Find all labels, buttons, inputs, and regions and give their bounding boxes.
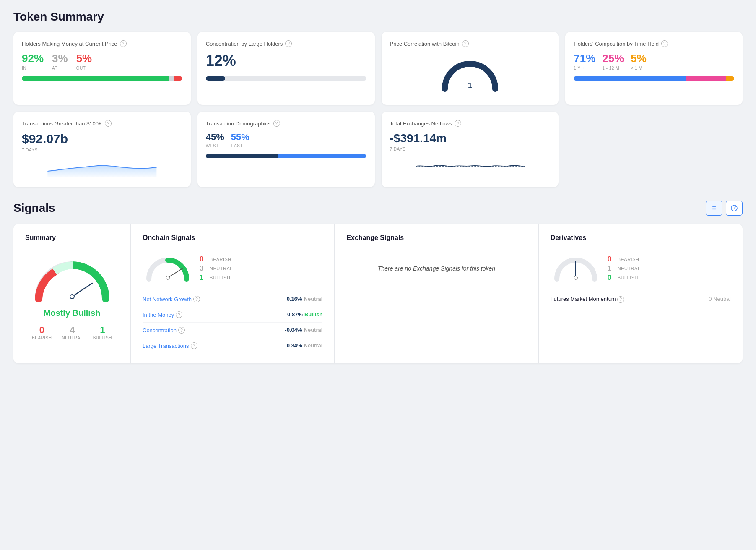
demo-west: 45% WEST (206, 132, 224, 148)
demo-stats: 45% WEST 55% EAST (206, 132, 366, 148)
db-dark (206, 154, 278, 158)
large-tx-help-icon[interactable]: ? (191, 342, 197, 349)
sc-bullish-num: 1 (93, 325, 112, 336)
transactions-100k-help-icon[interactable]: ? (105, 120, 112, 127)
list-view-button[interactable]: ≡ (706, 201, 722, 216)
price-correlation-gauge: 1 (390, 52, 551, 96)
netflow-sublabel: 7 DAYS (390, 147, 551, 151)
holders-progress-bar (22, 76, 182, 81)
in-money-help-icon[interactable]: ? (176, 311, 182, 318)
token-summary-row1: Holders Making Money at Current Price ? … (13, 32, 743, 105)
demo-west-value: 45% (206, 132, 224, 143)
pb-green (22, 76, 169, 81)
signal-concentration-name: Concentration ? (143, 327, 185, 334)
price-correlation-title: Price Correlation with Bitcoin ? (390, 40, 551, 47)
gauge-view-button[interactable] (726, 201, 743, 216)
transactions-100k-sublabel: 7 DAYS (22, 148, 182, 152)
pb-gray (169, 76, 174, 81)
deriv-bullish-row: 0 BULLISH (608, 274, 641, 282)
signal-in-money-name: In the Money ? (143, 311, 182, 318)
token-summary-row2: Transactions Greater than $100K ? $92.07… (13, 112, 743, 187)
concentration-card: Concentration by Large Holders ? 12% (197, 32, 375, 105)
stat-out-value: 5% (76, 52, 92, 65)
deriv-bullish-label: BULLISH (618, 275, 638, 280)
total-exchanges-help-icon[interactable]: ? (455, 120, 461, 127)
signal-net-network-value: 0.16%Neutral (287, 296, 323, 302)
netflow-value: -$391.14m (390, 132, 551, 145)
transaction-demographics-title: Transaction Demographics ? (206, 120, 366, 127)
holders-money-help-icon[interactable]: ? (120, 40, 127, 47)
comp-1y-label: 1 Y + (574, 66, 595, 70)
futures-value: 0 Neutral (709, 296, 731, 302)
deriv-neutral-row: 1 NEUTRAL (608, 265, 641, 272)
exchange-column: Exchange Signals There are no Exchange S… (335, 224, 538, 363)
onchain-bearish-label: BEARISH (210, 257, 231, 262)
stat-out-label: OUT (76, 66, 92, 70)
svg-text:1: 1 (468, 81, 472, 90)
large-tx-pct: 0.34% (287, 342, 302, 349)
total-exchanges-title: Total Exchanges Netflows ? (390, 120, 551, 127)
holders-composition-card: Holders' Composition by Time Held ? 71% … (565, 32, 743, 105)
db-blue (278, 154, 366, 158)
deriv-signal-counts: 0 BEARISH 1 NEUTRAL 0 BULLISH (608, 255, 641, 282)
signals-header: Signals ≡ (13, 201, 743, 216)
futures-row: Futures Market Momentum ? 0 Neutral (551, 292, 731, 307)
net-network-pct: 0.16% (287, 296, 302, 302)
transactions-100k-value: $92.07b (22, 132, 182, 146)
svg-line-3 (72, 283, 92, 297)
comp-1m-value: 5% (631, 52, 647, 65)
exchange-empty-message: There are no Exchange Signals for this t… (346, 264, 526, 273)
comp-stat-12m: 25% 1 - 12 M (602, 52, 624, 70)
onchain-bullish-label: BULLISH (210, 275, 230, 280)
deriv-bearish-num: 0 (608, 255, 615, 263)
demo-west-label: WEST (206, 143, 224, 148)
signals-view-buttons: ≡ (706, 201, 743, 216)
demo-bar (206, 154, 366, 158)
comp-12m-value: 25% (602, 52, 624, 65)
comp-stat-1m: 5% < 1 M (631, 52, 647, 70)
demo-east-label: EAST (231, 143, 249, 148)
stat-at: 3% AT (52, 52, 68, 70)
concentration-bar (206, 76, 366, 81)
signals-title: Signals (13, 201, 55, 215)
onchain-column: Onchain Signals 0 BEARISH (131, 224, 335, 363)
composition-stats: 71% 1 Y + 25% 1 - 12 M 5% < 1 M (574, 52, 734, 70)
deriv-bearish-row: 0 BEARISH (608, 255, 641, 263)
deriv-bullish-num: 0 (608, 274, 615, 282)
comp-stat-1y: 71% 1 Y + (574, 52, 595, 70)
cb-orange (726, 76, 734, 81)
sc-bullish: 1 BULLISH (93, 325, 112, 340)
concentration-help-icon[interactable]: ? (285, 40, 292, 47)
sc-bearish-num: 0 (32, 325, 52, 336)
conc-fill (206, 76, 225, 81)
summary-gauge-wrap: Mostly Bullish 0 BEARISH 4 NEUTRAL 1 BUL… (25, 254, 119, 345)
stat-in: 92% IN (22, 52, 44, 70)
sc-neutral-label: NEUTRAL (62, 336, 83, 340)
signal-in-money-value: 0.87%Bullish (287, 311, 322, 318)
transaction-demographics-help-icon[interactable]: ? (273, 120, 280, 127)
net-network-help-icon[interactable]: ? (193, 296, 200, 302)
demo-east: 55% EAST (231, 132, 249, 148)
sc-neutral-num: 4 (62, 325, 83, 336)
signal-net-network-name: Net Network Growth ? (143, 296, 200, 302)
concentration-sig-help-icon[interactable]: ? (178, 327, 185, 334)
price-correlation-help-icon[interactable]: ? (462, 40, 469, 47)
exchange-col-title: Exchange Signals (346, 234, 526, 247)
signal-row-concentration: Concentration ? -0.04%Neutral (143, 323, 322, 338)
signal-large-tx-name: Large Transactions ? (143, 342, 197, 349)
holders-money-card: Holders Making Money at Current Price ? … (13, 32, 191, 105)
onchain-signal-counts: 0 BEARISH 3 NEUTRAL 1 BULLISH (200, 255, 233, 282)
deriv-gauge-svg (551, 254, 601, 283)
holders-composition-title: Holders' Composition by Time Held ? (574, 40, 734, 47)
stat-at-label: AT (52, 66, 68, 70)
svg-point-8 (574, 276, 577, 279)
onchain-gauge-svg (143, 254, 193, 283)
concentration-value: 12% (206, 52, 366, 70)
concentration-title: Concentration by Large Holders ? (206, 40, 366, 47)
futures-help-icon[interactable]: ? (617, 296, 624, 303)
summary-col-title: Summary (25, 234, 119, 247)
summary-counts: 0 BEARISH 4 NEUTRAL 1 BULLISH (32, 325, 112, 340)
stat-in-value: 92% (22, 52, 44, 65)
signal-row-net-network: Net Network Growth ? 0.16%Neutral (143, 292, 322, 307)
holders-composition-help-icon[interactable]: ? (661, 40, 668, 47)
